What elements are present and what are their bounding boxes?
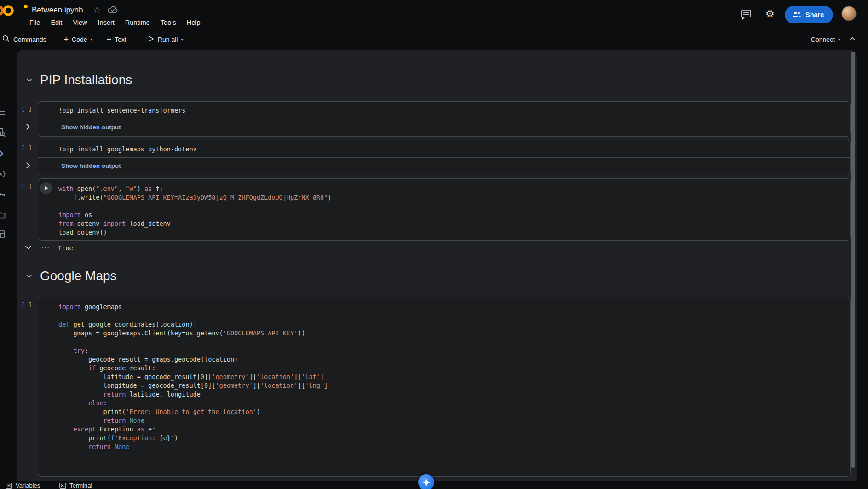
add-text-button[interactable]: + Text — [107, 35, 126, 44]
share-people-icon — [792, 11, 801, 19]
left-sidebar: {x} — [0, 48, 11, 481]
cell-output-value: True — [58, 244, 73, 252]
menu-view[interactable]: View — [73, 19, 87, 26]
cell-execution-gutter[interactable]: [ ] — [21, 301, 32, 308]
notebook-toolbar: Commands + Code ▾ + Text Run all ▾ Conne… — [0, 30, 868, 48]
section-heading-pip-installations: PIP Installations — [40, 73, 132, 87]
files-folder-icon[interactable] — [0, 210, 6, 220]
settings-gear-icon[interactable]: ⚙ — [765, 8, 775, 20]
chevron-down-icon[interactable]: ▾ — [181, 37, 183, 42]
run-all-button[interactable]: Run all ▾ — [147, 35, 184, 44]
output-menu-icon[interactable]: ⋯ — [41, 242, 50, 252]
code-editor[interactable]: with open(".env", "w") as f: f.write("GO… — [38, 179, 850, 241]
share-label: Share — [805, 11, 824, 18]
menu-runtime[interactable]: Runtime — [125, 19, 150, 26]
menu-help[interactable]: Help — [187, 19, 201, 26]
open-panel-chevron-icon[interactable] — [0, 149, 6, 159]
code-cell-pip-sentence-transformers[interactable]: !pip install sentence-transformers Show … — [38, 101, 851, 137]
cell-execution-gutter[interactable]: [ ] — [21, 183, 32, 190]
code-cell-env-setup[interactable]: with open(".env", "w") as f: f.write("GO… — [38, 178, 851, 241]
section-collapse-chevron-icon[interactable] — [25, 76, 33, 86]
code-editor[interactable]: import googlemaps def get_google_coordin… — [38, 297, 850, 455]
hidden-output-row: Show hidden output — [38, 119, 850, 135]
variables-tab[interactable]: Variables — [16, 482, 40, 489]
code-editor[interactable]: !pip install sentence-transformers — [38, 102, 850, 119]
notebook-file-icon — [24, 5, 28, 8]
commands-button[interactable]: Commands — [2, 35, 46, 44]
add-text-label: Text — [115, 36, 126, 43]
cloud-saved-icon — [107, 6, 118, 16]
plus-icon: + — [107, 35, 112, 44]
connect-label: Connect — [811, 36, 835, 43]
show-hidden-output-link[interactable]: Show hidden output — [61, 162, 121, 169]
star-icon[interactable]: ☆ — [93, 5, 101, 15]
menu-insert[interactable]: Insert — [98, 19, 115, 26]
variables-panel-icon[interactable]: {x} — [0, 169, 6, 179]
search-icon — [2, 35, 10, 44]
code-editor[interactable]: !pip install googlemaps python-dotenv — [38, 140, 850, 157]
cell-execution-gutter[interactable]: [ ] — [21, 106, 32, 113]
terminal-icon — [59, 483, 66, 489]
code-cell-pip-googlemaps[interactable]: !pip install googlemaps python-dotenv Sh… — [38, 140, 851, 175]
menu-tools[interactable]: Tools — [161, 19, 176, 26]
add-code-button[interactable]: + Code ▾ — [64, 35, 93, 44]
run-all-label: Run all — [158, 36, 178, 43]
notebook-content-area: PIP Installations [ ] !pip install sente… — [17, 50, 857, 481]
code-cell-google-maps-function[interactable]: import googlemaps def get_google_coordin… — [38, 297, 851, 477]
add-code-label: Code — [72, 36, 87, 43]
gemini-spark-button[interactable] — [418, 474, 434, 489]
output-expand-chevron-icon[interactable] — [24, 122, 32, 132]
menu-bar: File Edit View Insert Runtime Tools Help — [29, 19, 201, 26]
top-bar: Between.ipynb ☆ File Edit View Insert Ru… — [0, 0, 868, 30]
chevron-down-icon[interactable]: ▾ — [838, 37, 840, 42]
show-hidden-output-link[interactable]: Show hidden output — [61, 124, 121, 131]
menu-edit[interactable]: Edit — [51, 19, 62, 26]
colab-logo-icon[interactable] — [0, 4, 16, 19]
terminal-tab[interactable]: Terminal — [69, 482, 92, 489]
connect-button[interactable]: Connect ▾ — [811, 36, 840, 43]
play-outline-icon — [147, 35, 155, 44]
menu-file[interactable]: File — [29, 19, 40, 26]
chevron-down-icon[interactable]: ▾ — [91, 37, 93, 42]
table-of-contents-icon[interactable] — [0, 107, 6, 117]
commands-label: Commands — [13, 36, 46, 43]
plus-icon: + — [64, 35, 69, 44]
comments-icon[interactable] — [741, 10, 752, 22]
user-avatar[interactable] — [841, 6, 857, 21]
notebook-scrollbar[interactable] — [851, 52, 855, 468]
find-replace-icon[interactable] — [0, 127, 6, 138]
variables-icon — [6, 483, 12, 489]
section-collapse-chevron-icon[interactable] — [25, 272, 33, 282]
output-collapse-chevron-icon[interactable] — [24, 243, 32, 253]
share-button[interactable]: Share — [785, 6, 833, 23]
output-expand-chevron-icon[interactable] — [24, 161, 32, 171]
data-table-icon[interactable] — [0, 229, 6, 239]
notebook-title[interactable]: Between.ipynb — [32, 6, 83, 15]
cell-execution-gutter[interactable]: [ ] — [21, 144, 32, 151]
run-cell-button[interactable] — [40, 182, 52, 194]
collapse-header-chevron-up-icon[interactable] — [849, 35, 856, 44]
section-heading-google-maps: Google Maps — [40, 269, 117, 283]
secrets-key-icon[interactable] — [0, 189, 6, 199]
hidden-output-row: Show hidden output — [38, 157, 850, 174]
